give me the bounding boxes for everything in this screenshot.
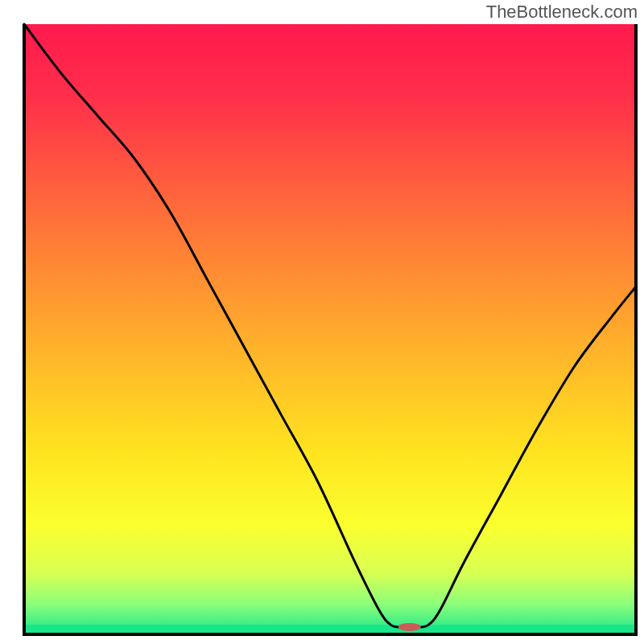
optimal-marker: [398, 623, 421, 631]
chart-container: TheBottleneck.com: [0, 0, 644, 644]
gradient-background: [24, 24, 636, 634]
watermark-text: TheBottleneck.com: [486, 2, 638, 23]
bottleneck-chart: [0, 0, 644, 644]
